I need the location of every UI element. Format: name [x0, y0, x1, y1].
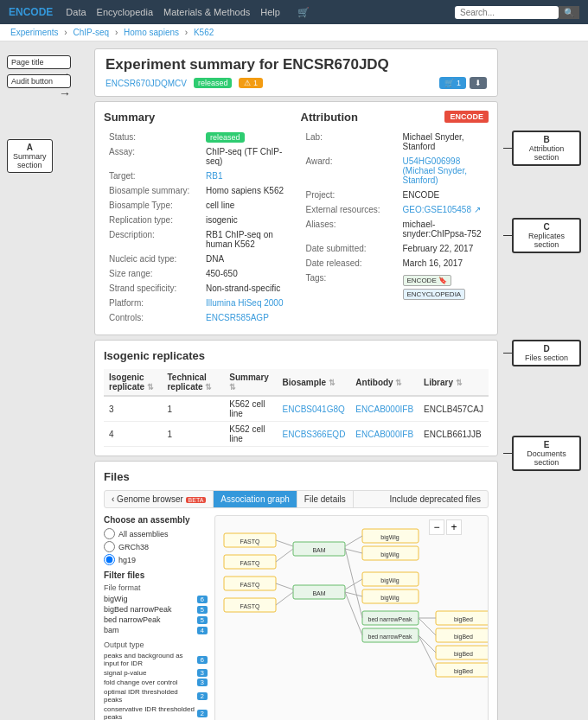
- summary-status-badge: released: [206, 132, 245, 143]
- assembly-all[interactable]: All assemblies: [104, 528, 208, 539]
- svg-text:bigBed: bigBed: [454, 651, 473, 658]
- action-buttons: 🛒 1 ⬇: [439, 77, 487, 89]
- summary-row-platform: Platform: Illumina HiSeq 2000: [105, 296, 291, 309]
- external-link[interactable]: GEO:GSE105458 ↗: [403, 205, 481, 214]
- search-input[interactable]: [455, 6, 559, 19]
- col-library: Library ⇅: [419, 369, 489, 396]
- graph-line-3: [276, 583, 293, 589]
- col-technical: Technical replicate ⇅: [162, 369, 224, 396]
- rep-library-1: ENCLB457CAJ: [419, 396, 489, 422]
- a-annotation: A Summary section: [7, 139, 53, 173]
- target-link[interactable]: RB1: [206, 171, 222, 181]
- graph-line-5: [345, 536, 362, 546]
- attribution-header: Attribution ENCODE: [301, 111, 489, 124]
- format-filters: bigWig6 bigBed narrowPeak5 bed narrowPea…: [104, 594, 208, 635]
- attribution-table: Lab: Michael Snyder, Stanford Award: U54…: [301, 129, 489, 303]
- col-isogenic: Isogenic replicate ⇅: [104, 369, 162, 396]
- table-row: 3 1 K562 cell line ENCBS041G8Q ENCAB000I…: [104, 396, 489, 422]
- tab-genome-browser[interactable]: ‹ Genome browser BETA: [105, 491, 214, 507]
- controls-link[interactable]: ENCSR585AGP: [206, 313, 269, 322]
- audit-annotation: Audit button →: [7, 74, 71, 100]
- include-deprecated[interactable]: Include deprecated files: [382, 491, 488, 507]
- a-letter: A: [13, 143, 47, 152]
- c-annotation: C Replicates section: [503, 218, 581, 253]
- zoom-out-button[interactable]: −: [429, 519, 444, 535]
- filter-bed: bed narrowPeak5: [104, 615, 208, 625]
- tab-association-graph[interactable]: Association graph: [214, 491, 297, 507]
- file-format-label: File format: [104, 583, 208, 592]
- tab-file-details[interactable]: File details: [297, 491, 354, 507]
- breadcrumb-experiments[interactable]: Experiments: [10, 28, 59, 37]
- filter-conservative-idr: conservative IDR thresholded peaks2: [104, 704, 208, 720]
- filter-bam: bam4: [104, 625, 208, 635]
- b-annotation: B Attribution section: [503, 131, 581, 166]
- svg-text:bigBed: bigBed: [454, 616, 473, 623]
- attr-row-released: Date released: March 16, 2017: [303, 257, 488, 270]
- replicates-tbody: 3 1 K562 cell line ENCBS041G8Q ENCAB000I…: [104, 396, 489, 447]
- tags-container: ENCODE 🔖 ENCYCLOPEDIA: [403, 275, 484, 300]
- award-link[interactable]: U54HG006998 (Michael Snyder, Stanford): [403, 156, 467, 185]
- svg-text:FASTQ: FASTQ: [240, 560, 261, 567]
- attribution-section: Attribution ENCODE Lab: Michael Snyder, …: [301, 111, 489, 326]
- zoom-in-button[interactable]: +: [446, 519, 462, 535]
- table-row: 4 1 K562 cell line ENCBS366EQD ENCAB000I…: [104, 422, 489, 447]
- accession-link[interactable]: ENCSR670JDQMCV: [105, 79, 187, 88]
- svg-text:FASTQ: FASTQ: [240, 603, 261, 610]
- graph-line-1: [276, 540, 293, 546]
- download-button[interactable]: ⬇: [470, 77, 487, 89]
- accession-row: ENCSR670JDQMCV released ⚠ 1 🛒 1 ⬇: [105, 77, 487, 89]
- nav-data[interactable]: Data: [66, 7, 86, 17]
- nav-help[interactable]: Help: [260, 7, 280, 17]
- files-section: Files ‹ Genome browser BETA Association …: [94, 461, 498, 720]
- summary-row-target: Target: RB1: [105, 169, 291, 182]
- encode-logo-attr: ENCODE: [444, 111, 489, 123]
- search-box: 🔍: [455, 6, 579, 19]
- files-tabs: ‹ Genome browser BETA Association graph …: [104, 490, 489, 508]
- rep-isogenic-2: 4: [104, 422, 162, 447]
- e-letter: E: [544, 440, 550, 449]
- d-line: [503, 353, 512, 354]
- search-button[interactable]: 🔍: [559, 6, 579, 19]
- filter-bigbed: bigBed narrowPeak5: [104, 604, 208, 615]
- b-label: B Attribution section: [512, 131, 581, 166]
- assembly-grch38[interactable]: GRCh38: [104, 541, 208, 552]
- summary-table: Status: released Assay: ChIP-seq (TF ChI…: [104, 129, 292, 326]
- assembly-hg19[interactable]: hg19: [104, 554, 208, 565]
- summary-section: Summary Status: released Assay: ChIP-seq…: [104, 111, 292, 326]
- d-letter: D: [543, 344, 549, 354]
- a-text: Summary section: [13, 152, 47, 169]
- attr-row-submitted: Date submitted: February 22, 2017: [303, 242, 488, 255]
- output-type-label: Output type: [104, 640, 208, 649]
- right-annotations: B Attribution section C Replicates secti…: [503, 48, 581, 720]
- cart-button[interactable]: 🛒 1: [439, 77, 466, 89]
- breadcrumb: Experiments › ChIP-seq › Homo sapiens › …: [0, 24, 588, 41]
- platform-link[interactable]: Illumina HiSeq 2000: [206, 298, 284, 308]
- svg-text:bigBed: bigBed: [454, 668, 473, 675]
- graph-line-12: [419, 635, 436, 653]
- attribution-title: Attribution: [301, 111, 358, 124]
- rep-technical-1: 1: [162, 396, 224, 422]
- nav-encyclopedia[interactable]: Encyclopedia: [97, 7, 153, 17]
- filter-optimal-idr: optimal IDR thresholded peaks2: [104, 687, 208, 704]
- breadcrumb-k562[interactable]: K562: [194, 28, 214, 37]
- nav-materials[interactable]: Materials & Methods: [163, 7, 250, 17]
- replicates-thead: Isogenic replicate ⇅ Technical replicate…: [104, 369, 489, 396]
- left-annotations: Page title → Audit button → A Summary se…: [7, 48, 89, 720]
- filter-label: Filter files: [104, 570, 208, 580]
- page-header: Experiment summary for ENCSR670JDQ ENCSR…: [94, 48, 498, 97]
- audit-button[interactable]: ⚠ 1: [239, 78, 263, 88]
- svg-text:bed narrowPeak: bed narrowPeak: [368, 634, 412, 640]
- rep-library-2: ENCLB661JJB: [419, 422, 489, 447]
- attr-row-lab: Lab: Michael Snyder, Stanford: [303, 131, 488, 153]
- breadcrumb-homo-sapiens[interactable]: Homo sapiens: [124, 28, 179, 37]
- svg-text:BAM: BAM: [312, 547, 325, 553]
- files-content: Choose an assembly All assemblies GRCh38…: [104, 515, 489, 720]
- svg-text:bigBed: bigBed: [454, 634, 473, 640]
- breadcrumb-chipseq[interactable]: ChIP-seq: [73, 28, 109, 37]
- rep-technical-2: 1: [162, 422, 224, 447]
- attr-row-award: Award: U54HG006998 (Michael Snyder, Stan…: [303, 155, 488, 187]
- nav-cart-icon[interactable]: 🛒: [297, 7, 310, 18]
- assembly-label: Choose an assembly: [104, 515, 208, 525]
- summary-row-biosample-summary: Biosample summary: Homo sapiens K562: [105, 184, 291, 197]
- replicates-table: Isogenic replicate ⇅ Technical replicate…: [104, 369, 489, 447]
